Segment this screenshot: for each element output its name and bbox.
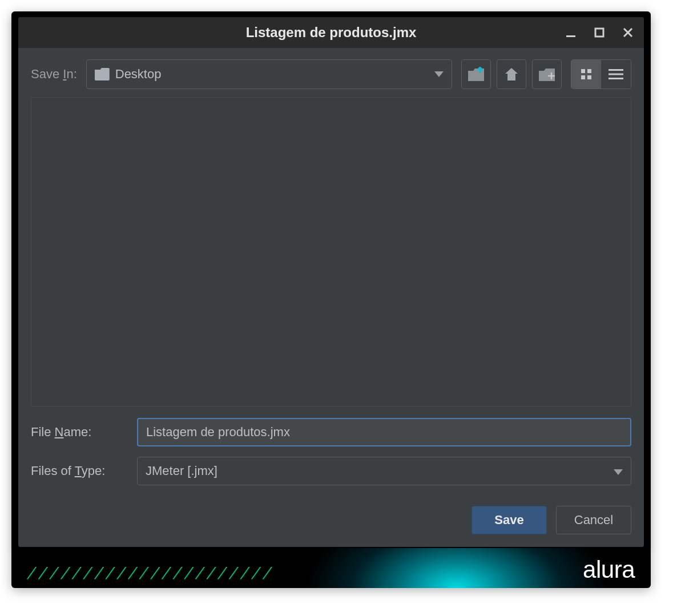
svg-marker-14: [614, 469, 623, 475]
filetype-row: Files of Type: JMeter [.jmx]: [31, 457, 631, 485]
action-buttons: Save Cancel: [31, 506, 631, 534]
slash-pattern: //////////////////////: [26, 564, 273, 581]
chevron-down-icon: [614, 464, 623, 478]
save-button[interactable]: Save: [472, 506, 547, 534]
filename-row: File Name:: [31, 418, 631, 446]
titlebar: Listagem de produtos.jmx: [18, 17, 644, 48]
minimize-icon: [565, 27, 577, 38]
grid-view-button[interactable]: [571, 60, 601, 88]
filetype-dropdown[interactable]: JMeter [.jmx]: [137, 457, 631, 485]
file-listing-area[interactable]: [31, 97, 631, 406]
glow-effect: [308, 548, 605, 588]
grid-icon: [579, 67, 593, 81]
maximize-button[interactable]: [591, 25, 607, 41]
folder-icon: [95, 68, 110, 80]
filename-label: File Name:: [31, 425, 127, 440]
list-view-button[interactable]: [601, 60, 631, 88]
svg-rect-11: [609, 69, 623, 71]
chevron-down-icon: [434, 71, 444, 77]
home-icon: [504, 67, 519, 82]
save-in-label: Save In:: [31, 67, 77, 82]
presentation-frame: Listagem de produtos.jmx Save In: Deskto…: [11, 11, 651, 588]
save-in-value: Desktop: [115, 67, 429, 82]
new-folder-icon: [538, 67, 555, 82]
nav-buttons: [461, 59, 562, 89]
window-title: Listagem de produtos.jmx: [246, 25, 417, 41]
minimize-button[interactable]: [563, 25, 579, 41]
save-dialog-window: Listagem de produtos.jmx Save In: Deskto…: [18, 17, 644, 547]
folder-up-icon: [468, 67, 485, 82]
svg-rect-1: [595, 29, 603, 37]
maximize-icon: [594, 27, 605, 38]
window-controls: [563, 17, 636, 48]
svg-rect-0: [566, 35, 575, 37]
close-icon: [623, 27, 633, 38]
footer-decoration: ////////////////////// alura: [11, 548, 651, 588]
filetype-value: JMeter [.jmx]: [146, 464, 614, 478]
filename-input[interactable]: [137, 418, 631, 446]
brand-logo: alura: [583, 556, 635, 583]
close-button[interactable]: [620, 25, 636, 41]
save-button-label: Save: [494, 513, 523, 528]
home-button[interactable]: [497, 59, 526, 89]
filetype-label: Files of Type:: [31, 464, 127, 478]
list-icon: [609, 69, 623, 80]
view-toggle: [571, 59, 631, 89]
svg-rect-8: [587, 69, 591, 73]
new-folder-button[interactable]: [532, 59, 562, 89]
dialog-body: Save In: Desktop: [18, 48, 644, 547]
cancel-button[interactable]: Cancel: [556, 506, 631, 534]
svg-marker-4: [434, 71, 444, 77]
location-row: Save In: Desktop: [31, 59, 631, 89]
svg-rect-10: [587, 75, 591, 79]
cancel-button-label: Cancel: [574, 513, 613, 528]
up-folder-button[interactable]: [461, 59, 491, 89]
svg-rect-9: [581, 75, 585, 79]
svg-rect-7: [581, 69, 585, 73]
svg-rect-13: [609, 78, 623, 79]
svg-rect-12: [609, 74, 623, 75]
save-in-dropdown[interactable]: Desktop: [86, 59, 452, 89]
